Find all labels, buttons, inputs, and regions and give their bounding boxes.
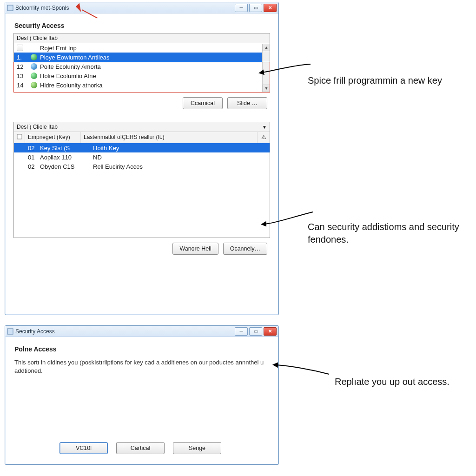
doc-icon [17, 134, 22, 141]
annotation-text: Spice frill programmin a new key [308, 74, 442, 87]
window-title: Security Access [15, 328, 55, 335]
globe-icon [31, 54, 37, 60]
list-row[interactable]: 14 Hidre Ecolunity atnorka [14, 80, 270, 90]
polne-access-dialog: Security Access ─ ▭ ✕ Polne Access This … [5, 325, 279, 465]
dialog-text: This sortı in didines you (poskIstırlipt… [13, 357, 270, 375]
titlebar[interactable]: Security Access ─ ▭ ✕ [5, 326, 278, 337]
svg-rect-1 [17, 134, 22, 139]
list-row-label: Hidre Ecolunity atnorka [40, 82, 102, 89]
table-columns: Empnegert (Key) Lastenmatlof ofÇERS real… [14, 132, 270, 143]
table-row[interactable]: 02 Key Slst (S Hoith Key [14, 143, 270, 152]
cancel-button[interactable]: Ccarnical [183, 97, 223, 109]
table-row[interactable]: 01 Aopilax 110 ND [14, 152, 270, 162]
security-items-list[interactable]: Desl ) Cliole Itab Rojet Emt Inp 1. Ploy… [13, 33, 270, 93]
app-icon [7, 5, 13, 11]
list-row-label: Polte Ecolunity Amorta [40, 63, 101, 70]
column-header[interactable]: Lastenmatlof ofÇERS reallur (It.) [81, 132, 258, 143]
list-header: Desl ) Cliole Itab [14, 33, 270, 43]
svg-rect-0 [7, 5, 13, 11]
column-header[interactable]: Empnegert (Key) [25, 132, 81, 143]
svg-rect-2 [7, 329, 13, 334]
table-row[interactable]: 02 Obyden C1S Rell Eucirity Acces [14, 162, 270, 171]
scroll-down-icon[interactable]: ▼ [263, 85, 270, 92]
list-row-label: Holre Ecolumlio Atne [40, 73, 96, 79]
dropdown-icon[interactable]: ▼ [262, 125, 267, 130]
security-access-window: Scloonlity met-Sponls ─ ▭ ✕ Security Acc… [5, 2, 279, 315]
dialog-heading: Polne Access [14, 345, 270, 353]
doc-icon [17, 45, 23, 51]
table-group-header: Desl ) Cliole Itab ▼ [14, 122, 270, 132]
annotation-arrow [274, 360, 330, 383]
cartical-button[interactable]: Cartical [116, 442, 165, 454]
list-row[interactable]: 13 Holre Ecolumlio Atne [14, 71, 270, 80]
wanore-button[interactable]: Wanore Hell [172, 243, 218, 255]
slide-button[interactable]: Slide … [227, 97, 267, 109]
globe-icon [31, 73, 37, 79]
section-title: Security Access [14, 22, 270, 29]
maximize-button[interactable]: ▭ [249, 4, 262, 12]
divider [14, 116, 269, 116]
ocannely-button[interactable]: Ocannely… [223, 243, 267, 255]
close-button[interactable]: ✕ [264, 327, 277, 336]
vc-button[interactable]: VC10l [60, 442, 108, 454]
scrollbar[interactable]: ▲ ▼ [262, 44, 270, 92]
window-title: Scloonlity met-Sponls [15, 5, 69, 11]
globe-icon [31, 63, 37, 70]
annotation-text: Replıate you up out access. [335, 376, 450, 388]
minimize-button[interactable]: ─ [235, 327, 248, 336]
key-table[interactable]: Desl ) Cliole Itab ▼ Empnegert (Key) Las… [13, 122, 270, 238]
list-row-label: Rojet Emt Inp [40, 45, 77, 52]
scroll-up-icon[interactable]: ▲ [263, 44, 270, 51]
senge-button[interactable]: Senge [173, 442, 221, 454]
leaf-icon [31, 82, 37, 88]
list-row[interactable]: Rojet Emt Inp [14, 43, 270, 53]
warning-icon: ⚠ [258, 132, 270, 143]
list-row[interactable]: 1. Ploye Eowlumton Antileas [14, 53, 270, 62]
list-row[interactable]: 12 Polte Ecolunity Amorta [14, 62, 270, 71]
list-row-label: Ploye Eowlumton Antileas [40, 54, 110, 61]
maximize-button[interactable]: ▭ [249, 327, 262, 336]
annotation-text: Can security addistioms and security fen… [308, 221, 466, 246]
close-button[interactable]: ✕ [264, 4, 277, 12]
app-icon [7, 328, 13, 335]
titlebar[interactable]: Scloonlity met-Sponls ─ ▭ ✕ [5, 2, 278, 13]
minimize-button[interactable]: ─ [235, 4, 248, 12]
